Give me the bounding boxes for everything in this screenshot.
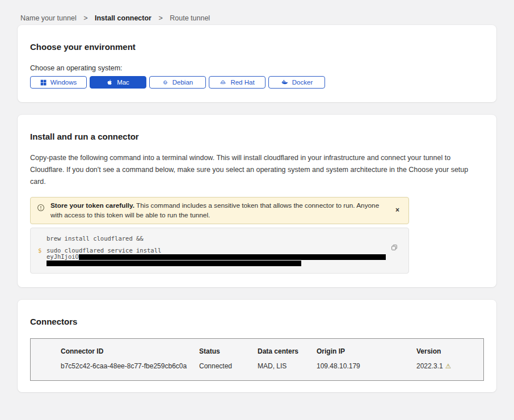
debian-icon	[162, 79, 168, 86]
breadcrumb-separator: >	[158, 14, 162, 22]
os-button-label: Debian	[172, 79, 193, 86]
redacted-token-bar	[79, 254, 386, 261]
os-button-redhat[interactable]: Red Hat	[209, 76, 266, 89]
install-card-description: Copy-paste the following command into a …	[30, 152, 484, 188]
info-circle-icon	[37, 204, 45, 212]
os-button-label: Red Hat	[230, 79, 254, 86]
connectors-table-header: Connector ID Status Data centers Origin …	[61, 347, 478, 361]
column-header-version: Version	[416, 347, 478, 361]
code-line-brew: brew install cloudflared &&	[38, 236, 386, 242]
connectors-table: Connector ID Status Data centers Origin …	[30, 338, 484, 381]
os-button-group: Windows Mac Debian Red Hat	[30, 76, 484, 89]
environment-card-title: Choose your environment	[30, 42, 484, 52]
command-code-block: brew install cloudflared && $sudo cloudf…	[30, 228, 409, 274]
copy-icon[interactable]	[390, 243, 398, 251]
environment-card: Choose your environment Choose an operat…	[18, 25, 496, 102]
os-button-debian[interactable]: Debian	[149, 76, 206, 89]
version-number: 2022.3.1	[416, 362, 443, 370]
connectors-card-title: Connectors	[30, 317, 484, 326]
os-button-label: Windows	[50, 79, 77, 86]
redacted-token-bar	[47, 261, 301, 267]
token-warning-banner: Store your token carefully. This command…	[30, 197, 409, 224]
os-button-label: Docker	[292, 79, 313, 86]
install-card: Install and run a connector Copy-paste t…	[18, 115, 496, 287]
connectors-card: Connectors Connector ID Status Data cent…	[18, 300, 496, 392]
redhat-icon	[220, 79, 226, 86]
code-line-sudo: $sudo cloudflared service install	[38, 247, 386, 254]
breadcrumb-step-install-connector[interactable]: Install connector	[95, 14, 151, 22]
tunnel-setup-page: Name your tunnel > Install connector > R…	[0, 0, 514, 420]
breadcrumb: Name your tunnel > Install connector > R…	[0, 0, 514, 25]
os-button-label: Mac	[117, 79, 129, 86]
windows-icon	[40, 79, 47, 86]
version-value: 2022.3.1⚠	[416, 361, 478, 370]
shell-prompt: $	[38, 247, 47, 254]
os-select-label: Choose an operating system:	[30, 64, 484, 72]
breadcrumb-step-route-tunnel[interactable]: Route tunnel	[170, 14, 210, 22]
origin-ip-value: 109.48.10.179	[317, 361, 416, 370]
close-icon[interactable]: ×	[393, 205, 402, 215]
docker-icon	[281, 79, 288, 86]
token-prefix: eyJhIjoiO	[47, 254, 79, 261]
os-button-windows[interactable]: Windows	[30, 76, 87, 89]
data-centers-value: MAD, LIS	[258, 361, 317, 370]
code-text: brew install cloudflared &&	[47, 236, 144, 242]
warning-triangle-icon: ⚠	[445, 363, 451, 369]
token-warning-text: Store your token carefully. This command…	[50, 201, 387, 220]
os-button-docker[interactable]: Docker	[268, 76, 325, 89]
column-header-connector-id: Connector ID	[61, 347, 199, 361]
breadcrumb-separator: >	[83, 14, 87, 22]
apple-icon	[107, 79, 113, 86]
code-line-token-2	[38, 261, 386, 267]
install-card-title: Install and run a connector	[30, 132, 484, 141]
os-button-mac[interactable]: Mac	[90, 76, 146, 89]
table-row: b7c52c42-6caa-48ee-8c77-fbe259cb6c0a Con…	[61, 361, 478, 370]
connector-id-value: b7c52c42-6caa-48ee-8c77-fbe259cb6c0a	[61, 361, 199, 370]
breadcrumb-step-name-your-tunnel[interactable]: Name your tunnel	[20, 14, 77, 22]
status-badge: Connected	[199, 361, 258, 370]
column-header-origin-ip: Origin IP	[317, 347, 416, 361]
column-header-status: Status	[199, 347, 258, 361]
token-warning-title: Store your token carefully.	[50, 201, 134, 209]
column-header-data-centers: Data centers	[258, 347, 317, 361]
code-line-token: eyJhIjoiO	[38, 254, 386, 261]
